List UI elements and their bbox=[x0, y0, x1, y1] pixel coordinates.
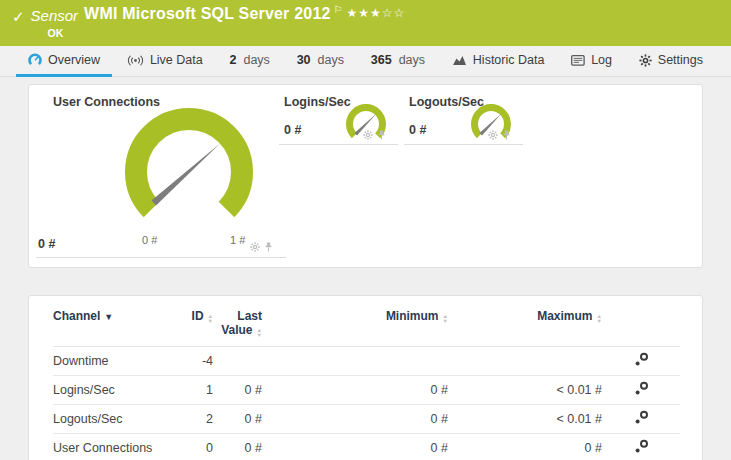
channel-last-value: 0 # bbox=[213, 434, 262, 460]
channel-settings-icon[interactable] bbox=[634, 410, 649, 425]
gauges-panel: User Connections 0 # 1 # 0 # bbox=[28, 84, 703, 268]
logins-gauge-value: 0 # bbox=[284, 123, 301, 137]
gauge-gear-icon[interactable] bbox=[250, 242, 260, 252]
column-header-minimum[interactable]: Minimum▲▼ bbox=[262, 296, 448, 347]
tab-overview[interactable]: Overview bbox=[16, 46, 112, 77]
gauge-needle bbox=[152, 144, 221, 206]
channel-id: 1 bbox=[183, 376, 213, 405]
channel-id: -4 bbox=[183, 347, 213, 376]
gear-icon bbox=[639, 54, 652, 67]
channel-last-value: 0 # bbox=[213, 376, 262, 405]
channel-minimum: 0 # bbox=[262, 434, 448, 460]
table-row[interactable]: User Connections 0 0 # 0 # 0 # bbox=[53, 434, 680, 460]
gauge-pin-icon[interactable] bbox=[377, 130, 386, 140]
tab-historic-data[interactable]: Historic Data bbox=[440, 46, 557, 77]
tab-365-days[interactable]: 365days bbox=[359, 46, 437, 77]
channel-maximum: 0 # bbox=[448, 434, 602, 460]
gauge-divider bbox=[404, 144, 523, 145]
column-header-actions bbox=[602, 296, 680, 347]
tab-log[interactable]: Log bbox=[559, 46, 624, 77]
sensor-kind-label: Sensor bbox=[31, 7, 79, 24]
table-row[interactable]: Logouts/Sec 2 0 # 0 # < 0.01 # bbox=[53, 405, 680, 434]
channel-settings-icon[interactable] bbox=[634, 352, 649, 367]
channel-minimum: 0 # bbox=[262, 376, 448, 405]
channel-maximum bbox=[448, 347, 602, 376]
tab-live-data[interactable]: Live Data bbox=[115, 46, 215, 77]
channel-maximum: < 0.01 # bbox=[448, 376, 602, 405]
sensor-header: ✓ Sensor WMI Microsoft SQL Server 2012 ⚐… bbox=[0, 0, 731, 46]
column-header-channel[interactable]: Channel▼ bbox=[53, 296, 183, 347]
column-header-id[interactable]: ID▲▼ bbox=[183, 296, 213, 347]
channel-name: Downtime bbox=[53, 347, 183, 376]
log-icon bbox=[571, 55, 585, 66]
status-check-icon: ✓ bbox=[12, 8, 25, 26]
table-row[interactable]: Logins/Sec 1 0 # 0 # < 0.01 # bbox=[53, 376, 680, 405]
channel-settings-icon[interactable] bbox=[634, 381, 649, 396]
channel-id: 0 bbox=[183, 434, 213, 460]
tab-label: Log bbox=[591, 53, 612, 67]
tab-30-days[interactable]: 30days bbox=[285, 46, 356, 77]
sort-desc-icon: ▼ bbox=[104, 312, 113, 322]
channel-minimum bbox=[262, 347, 448, 376]
channel-name: Logins/Sec bbox=[53, 376, 183, 405]
tab-label: Live Data bbox=[150, 53, 203, 67]
gauge-scale-min: 0 # bbox=[142, 234, 157, 246]
tab-label: Overview bbox=[48, 53, 100, 67]
sensor-status-badge: OK bbox=[48, 27, 406, 39]
area-chart-icon bbox=[452, 54, 467, 66]
channel-last-value: 0 # bbox=[213, 405, 262, 434]
table-header-row: Channel▼ ID▲▼ Last Value▲▼ Minimum▲▼ Max bbox=[53, 296, 680, 347]
channel-minimum: 0 # bbox=[262, 405, 448, 434]
channel-name: User Connections bbox=[53, 434, 183, 460]
flag-icon[interactable]: ⚐ bbox=[334, 5, 343, 15]
channel-id: 2 bbox=[183, 405, 213, 434]
channel-last-value bbox=[213, 347, 262, 376]
gauge-pin-icon[interactable] bbox=[502, 130, 511, 140]
sort-icon: ▲▼ bbox=[597, 314, 602, 323]
channel-settings-icon[interactable] bbox=[634, 439, 649, 454]
gauge-scale-max: 1 # bbox=[230, 234, 245, 246]
user-connections-gauge bbox=[122, 107, 258, 223]
tab-2-days[interactable]: 2days bbox=[218, 46, 282, 77]
channel-maximum: < 0.01 # bbox=[448, 405, 602, 434]
channel-table-panel: Channel▼ ID▲▼ Last Value▲▼ Minimum▲▼ Max bbox=[28, 295, 703, 460]
primary-gauge-value: 0 # bbox=[38, 237, 55, 251]
tab-settings[interactable]: Settings bbox=[627, 46, 715, 77]
table-row[interactable]: Downtime -4 bbox=[53, 347, 680, 376]
sort-icon: ▲▼ bbox=[257, 328, 262, 337]
tab-label: Historic Data bbox=[473, 53, 545, 67]
sensor-tabbar: Overview Live Data 2days 30days 365days bbox=[0, 46, 731, 77]
logouts-gauge-value: 0 # bbox=[409, 123, 426, 137]
sort-icon: ▲▼ bbox=[208, 314, 213, 323]
gauge-divider bbox=[36, 257, 286, 258]
live-data-icon bbox=[127, 54, 144, 67]
gauge-icon bbox=[28, 53, 42, 67]
column-header-last-value[interactable]: Last Value▲▼ bbox=[213, 296, 262, 347]
sensor-title: WMI Microsoft SQL Server 2012 bbox=[84, 5, 330, 23]
column-header-maximum[interactable]: Maximum▲▼ bbox=[448, 296, 602, 347]
gauge-divider bbox=[279, 144, 398, 145]
channel-table: Channel▼ ID▲▼ Last Value▲▼ Minimum▲▼ Max bbox=[53, 296, 680, 460]
star-rating[interactable]: ★★★☆☆ bbox=[347, 6, 406, 20]
tab-label: Settings bbox=[658, 53, 703, 67]
gauge-gear-icon[interactable] bbox=[363, 130, 373, 140]
prtg-sensor-page: ✓ Sensor WMI Microsoft SQL Server 2012 ⚐… bbox=[0, 0, 731, 460]
sort-icon: ▲▼ bbox=[443, 314, 448, 323]
gauge-gear-icon[interactable] bbox=[488, 130, 498, 140]
channel-name: Logouts/Sec bbox=[53, 405, 183, 434]
gauge-pin-icon[interactable] bbox=[264, 242, 273, 252]
logins-gauge-title: Logins/Sec bbox=[284, 95, 351, 109]
overview-content: User Connections 0 # 1 # 0 # bbox=[0, 77, 731, 460]
